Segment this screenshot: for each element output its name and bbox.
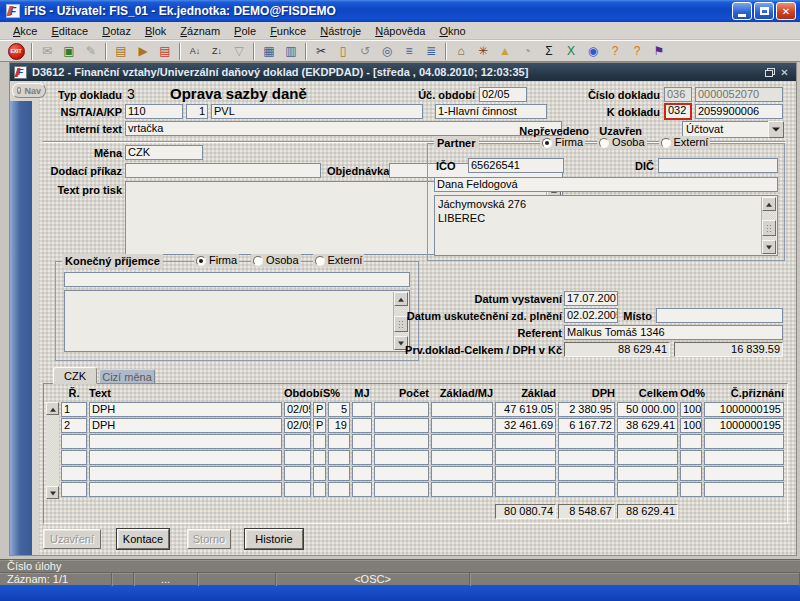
cell-dph[interactable] [558,450,615,465]
tab-cizi-mena[interactable]: Cizí měna [99,369,155,384]
minimize-button[interactable] [732,2,752,20]
cell-s[interactable]: 19 [328,418,350,433]
konecny-radio-osoba[interactable]: Osoba [251,254,300,267]
cell-s[interactable]: 5 [328,402,350,417]
cell-mj[interactable] [352,434,372,449]
cell-zaklad_mj[interactable] [431,450,493,465]
dic-field[interactable] [658,158,778,173]
scroll-up-icon[interactable] [46,402,59,415]
cell-dph[interactable]: 6 167.72 [558,418,615,433]
cell-celkem[interactable] [617,466,678,481]
cinnost-field[interactable]: 1-Hlavní činnost [435,104,547,119]
misto-field[interactable] [656,308,783,323]
cell-p[interactable] [313,450,326,465]
excel-icon[interactable]: X [560,42,582,61]
cell-mj[interactable] [352,482,372,497]
cell-p[interactable] [313,434,326,449]
combo-arrow-icon[interactable] [768,121,784,138]
cell-priznani[interactable] [704,482,784,497]
scroll-down-icon[interactable] [46,486,59,499]
cell-priznani[interactable] [704,450,784,465]
search-icon[interactable]: ◎ [376,42,398,61]
tree-icon[interactable]: ≣ [420,42,442,61]
tab-czk[interactable]: CZK [53,367,97,384]
button-kontace[interactable]: Kontace [117,529,169,549]
ico-field[interactable]: 65626541 [468,158,564,173]
document-window-titlebar[interactable]: F D3612 - Finanční vztahy/Univerzální da… [10,63,796,81]
konecny-radio-externi[interactable]: Externí [313,254,365,267]
menu-item-nastroje[interactable]: Nástroje [313,24,368,38]
cell-zaklad_mj[interactable] [431,466,493,481]
organization-icon[interactable]: ⌂ [450,42,472,61]
cell-text[interactable] [89,450,282,465]
cell-zaklad_mj[interactable] [431,402,493,417]
help-icon[interactable]: ? [604,42,626,61]
cell-obdobi[interactable] [284,434,311,449]
konecny-address-textarea[interactable] [64,290,410,352]
cell-zaklad[interactable] [495,466,556,481]
button-uzavreni[interactable]: Uzavření [43,529,101,549]
partner-address-textarea[interactable]: Jáchymovská 276 LIBEREC [434,195,778,256]
cell-num[interactable] [61,466,87,481]
uc-obdobi-field[interactable]: 02/05 [479,87,527,102]
cell-mj[interactable] [352,418,372,433]
mdi-close-button[interactable]: ✕ [777,66,792,79]
cislo-dokladu-field[interactable]: 0000052070 [695,87,783,102]
cell-zaklad[interactable] [495,434,556,449]
cell-s[interactable] [328,482,350,497]
menu-item-dotaz[interactable]: Dotaz [95,24,138,38]
scroll-down-icon[interactable] [762,240,776,254]
cell-celkem[interactable] [617,434,678,449]
ta-field[interactable]: 1 [186,104,208,119]
cell-celkem[interactable] [617,482,678,497]
partner-radio-firma[interactable]: Firma [540,136,585,149]
cell-od[interactable]: 100 [680,402,702,417]
cell-pocet[interactable] [374,402,429,417]
cell-zaklad_mj[interactable] [431,482,493,497]
cell-celkem[interactable] [617,450,678,465]
cell-s[interactable] [328,434,350,449]
referent-field[interactable]: Malkus Tomáš 1346 [564,325,783,340]
mena-field[interactable]: CZK [125,145,203,160]
cell-text[interactable] [89,482,282,497]
close-button[interactable]: ✕ [776,2,796,20]
cell-num[interactable] [61,450,87,465]
dodaci-prikaz-field[interactable] [125,163,321,178]
a-field[interactable]: PVL [211,104,423,119]
cell-od[interactable] [680,466,702,481]
cell-od[interactable] [680,434,702,449]
cell-dph[interactable] [558,482,615,497]
scroll-up-icon[interactable] [762,197,776,211]
cell-p[interactable] [313,482,326,497]
cancel-query-icon[interactable]: ▤ [154,42,176,61]
cell-p[interactable] [313,466,326,481]
clock-icon[interactable]: ◔ [516,42,538,61]
menu-item-blok[interactable]: Blok [138,24,173,38]
cell-mj[interactable] [352,466,372,481]
cell-zaklad[interactable] [495,450,556,465]
cell-mj[interactable] [352,402,372,417]
interni-text-field[interactable]: vrtačka [125,121,562,136]
cell-obdobi[interactable]: 02/05 [284,418,311,433]
button-historie[interactable]: Historie [245,529,303,549]
cell-zaklad_mj[interactable] [431,418,493,433]
scrollbar[interactable] [761,197,776,254]
cell-dph[interactable] [558,466,615,481]
cell-mj[interactable] [352,450,372,465]
context-help-icon[interactable]: ? [626,42,648,61]
cell-p[interactable]: P [313,402,326,417]
menu-item-zaznam[interactable]: Záznam [173,24,227,38]
cell-od[interactable]: 100 [680,418,702,433]
menu-item-akce[interactable]: Akce [6,24,44,38]
k-dokladu-prefix-field[interactable]: 032 [664,103,692,120]
cell-num[interactable] [61,482,87,497]
cell-pocet[interactable] [374,466,429,481]
sort-asc-icon[interactable]: A↓ [184,42,206,61]
cell-num[interactable]: 2 [61,418,87,433]
cell-pocet[interactable] [374,450,429,465]
cell-dph[interactable]: 2 380.95 [558,402,615,417]
menu-item-funkce[interactable]: Funkce [263,24,313,38]
konecny-name-field[interactable] [64,272,410,287]
ns-field[interactable]: 110 [125,104,183,119]
cell-zaklad[interactable]: 47 619.05 [495,402,556,417]
